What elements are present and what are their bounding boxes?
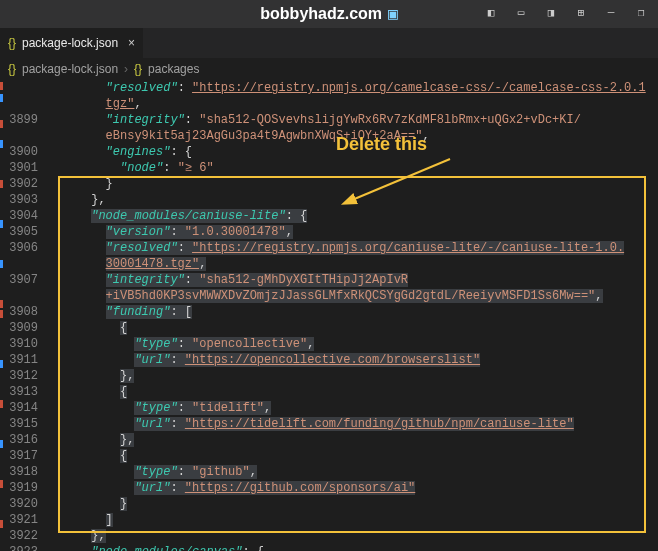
brace-icon: {} [134, 62, 142, 76]
breadcrumb[interactable]: {} package-lock.json › {} packages [0, 58, 658, 80]
line-number: 3900 [0, 145, 48, 159]
close-icon[interactable]: × [128, 36, 135, 50]
code-line[interactable]: 3909 { [0, 320, 658, 336]
layout-toggle-primary-icon[interactable]: ◧ [480, 2, 502, 22]
code-line[interactable]: 3901 "node": "≥ 6" [0, 160, 658, 176]
code-line[interactable]: 3904 "node_modules/caniuse-lite": { [0, 208, 658, 224]
code-content[interactable]: { [48, 385, 658, 399]
line-number: 3901 [0, 161, 48, 175]
annotation-arrow-icon [340, 154, 470, 214]
json-file-icon: {} [8, 36, 16, 50]
code-line[interactable]: 3910 "type": "opencollective", [0, 336, 658, 352]
code-content[interactable]: }, [48, 369, 658, 383]
code-content[interactable]: "resolved": "https://registry.npmjs.org/… [48, 241, 658, 255]
line-number: 3921 [0, 513, 48, 527]
code-content[interactable]: "type": "github", [48, 465, 658, 479]
code-line[interactable]: 3921 ] [0, 512, 658, 528]
line-number: 3905 [0, 225, 48, 239]
line-number: 3902 [0, 177, 48, 191]
code-content[interactable]: { [48, 449, 658, 463]
line-number: 3907 [0, 273, 48, 287]
line-number: 3918 [0, 465, 48, 479]
code-line[interactable]: 3920 } [0, 496, 658, 512]
titlebar: bobbyhadz.com ▣ ◧ ▭ ◨ ⊞ — ❐ [0, 0, 658, 28]
code-line[interactable]: 3918 "type": "github", [0, 464, 658, 480]
code-line[interactable]: "resolved": "https://registry.npmjs.org/… [0, 80, 658, 96]
code-line[interactable]: 3908 "funding": [ [0, 304, 658, 320]
tab-label: package-lock.json [22, 36, 118, 50]
maximize-button[interactable]: ❐ [630, 2, 652, 22]
code-content[interactable]: }, [48, 529, 658, 543]
code-line[interactable]: 3907 "integrity": "sha512-gMhDyXGItTHipJ… [0, 272, 658, 288]
code-line[interactable]: 3913 { [0, 384, 658, 400]
line-number: 3915 [0, 417, 48, 431]
code-line[interactable]: 3923 "node_modules/canvas": { [0, 544, 658, 551]
code-content[interactable]: "url": "https://github.com/sponsors/ai" [48, 481, 658, 495]
tab-package-lock[interactable]: {} package-lock.json × [0, 28, 143, 58]
breadcrumb-node[interactable]: packages [148, 62, 199, 76]
code-content[interactable]: } [48, 497, 658, 511]
code-content[interactable]: "type": "opencollective", [48, 337, 658, 351]
line-number: 3904 [0, 209, 48, 223]
minimize-button[interactable]: — [600, 2, 622, 22]
code-content[interactable]: "type": "tidelift", [48, 401, 658, 415]
code-content[interactable]: "version": "1.0.30001478", [48, 225, 658, 239]
line-number: 3922 [0, 529, 48, 543]
code-line[interactable]: 3916 }, [0, 432, 658, 448]
code-content[interactable]: "integrity": "sha512-QOSvevhslijgYwRx6Rv… [48, 113, 658, 127]
code-content[interactable]: "node_modules/canvas": { [48, 545, 658, 551]
code-line[interactable]: 3902 } [0, 176, 658, 192]
line-number: 3923 [0, 545, 48, 551]
chevron-right-icon: › [124, 62, 128, 76]
breadcrumb-file[interactable]: package-lock.json [22, 62, 118, 76]
line-number: 3906 [0, 241, 48, 255]
line-number: 3912 [0, 369, 48, 383]
code-content[interactable]: 30001478.tgz", [48, 257, 658, 271]
code-content[interactable]: "url": "https://opencollective.com/brows… [48, 353, 658, 367]
json-file-icon: {} [8, 62, 16, 76]
line-number: 3899 [0, 113, 48, 127]
code-content[interactable]: "resolved": "https://registry.npmjs.org/… [48, 81, 658, 95]
code-line[interactable]: +iVB5hd0KP3svMWWXDvZOmjzJJassGLMfxRkQCSY… [0, 288, 658, 304]
line-number: 3917 [0, 449, 48, 463]
code-line[interactable]: 3914 "type": "tidelift", [0, 400, 658, 416]
line-number: 3914 [0, 401, 48, 415]
code-content[interactable]: "integrity": "sha512-gMhDyXGItTHipJj2ApI… [48, 273, 658, 287]
code-line[interactable]: 3906 "resolved": "https://registry.npmjs… [0, 240, 658, 256]
line-number: 3920 [0, 497, 48, 511]
code-content[interactable]: +iVB5hd0KP3svMWWXDvZOmjzJJassGLMfxRkQCSY… [48, 289, 658, 303]
title-controls: ◧ ▭ ◨ ⊞ — ❐ [480, 2, 652, 22]
code-line[interactable]: 3899 "integrity": "sha512-QOSvevhslijgYw… [0, 112, 658, 128]
window-title: bobbyhadz.com [260, 5, 382, 23]
line-number: 3910 [0, 337, 48, 351]
cube-icon: ▣ [388, 4, 398, 24]
line-number: 3903 [0, 193, 48, 207]
code-content[interactable]: "url": "https://tidelift.com/funding/git… [48, 417, 658, 431]
code-line[interactable]: 3903 }, [0, 192, 658, 208]
code-line[interactable]: 30001478.tgz", [0, 256, 658, 272]
code-line[interactable]: 3922 }, [0, 528, 658, 544]
code-line[interactable]: 3905 "version": "1.0.30001478", [0, 224, 658, 240]
code-content[interactable]: ] [48, 513, 658, 527]
layout-toggle-secondary-icon[interactable]: ◨ [540, 2, 562, 22]
svg-line-0 [352, 159, 450, 200]
code-content[interactable]: "funding": [ [48, 305, 658, 319]
code-editor[interactable]: "resolved": "https://registry.npmjs.org/… [0, 80, 658, 551]
layout-toggle-layout-icon[interactable]: ⊞ [570, 2, 592, 22]
code-content[interactable]: }, [48, 433, 658, 447]
code-line[interactable]: 3912 }, [0, 368, 658, 384]
code-content[interactable]: tgz", [48, 97, 658, 111]
code-line[interactable]: 3919 "url": "https://github.com/sponsors… [0, 480, 658, 496]
code-line[interactable]: tgz", [0, 96, 658, 112]
code-line[interactable]: eBnsy9kit5aj23AgGu3pa4t9AgwbnXWqS+iOY+2a… [0, 128, 658, 144]
layout-toggle-panel-icon[interactable]: ▭ [510, 2, 532, 22]
code-content[interactable]: { [48, 321, 658, 335]
code-lines[interactable]: "resolved": "https://registry.npmjs.org/… [0, 80, 658, 551]
code-line[interactable]: 3915 "url": "https://tidelift.com/fundin… [0, 416, 658, 432]
line-number: 3911 [0, 353, 48, 367]
code-line[interactable]: 3917 { [0, 448, 658, 464]
code-line[interactable]: 3911 "url": "https://opencollective.com/… [0, 352, 658, 368]
annotation-label: Delete this [336, 134, 427, 155]
code-line[interactable]: 3900 "engines": { [0, 144, 658, 160]
line-number: 3909 [0, 321, 48, 335]
